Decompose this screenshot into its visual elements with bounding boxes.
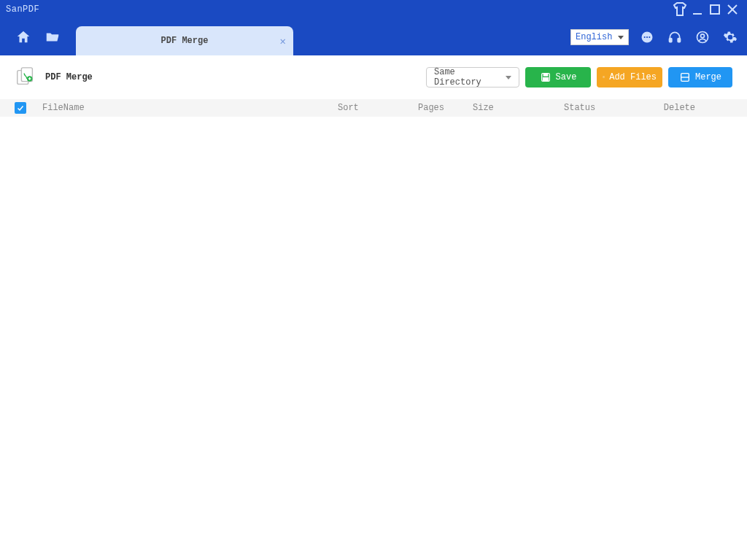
save-button[interactable]: Save (525, 67, 591, 88)
svg-point-11 (701, 34, 705, 38)
svg-point-6 (646, 36, 648, 38)
merge-label: Merge (695, 72, 721, 82)
app-title: SanPDF (6, 4, 39, 15)
add-files-button[interactable]: Add Files (597, 67, 662, 88)
svg-rect-8 (670, 39, 672, 42)
column-size: Size (473, 103, 564, 113)
table-header-row: FileName Sort Pages Size Status Delete (0, 99, 747, 117)
chevron-down-icon (618, 36, 624, 39)
column-status: Status (564, 103, 659, 113)
svg-point-5 (644, 36, 646, 38)
plus-square-icon (603, 71, 605, 83)
directory-value: Same Directory (434, 67, 506, 88)
svg-rect-16 (543, 74, 547, 76)
close-icon[interactable] (724, 1, 741, 18)
svg-rect-1 (711, 5, 719, 14)
svg-point-7 (649, 36, 650, 38)
svg-rect-17 (543, 78, 548, 81)
header-bar: PDF Merge ✕ English (0, 19, 747, 55)
tshirt-icon[interactable] (671, 1, 689, 18)
merge-button[interactable]: Merge (668, 67, 732, 88)
tab-pdf-merge[interactable]: PDF Merge ✕ (76, 26, 293, 55)
toolbar: PDF Merge Same Directory Save Add Files … (0, 55, 747, 99)
add-files-label: Add Files (609, 72, 657, 82)
column-filename: FileName (42, 103, 338, 113)
page-title: PDF Merge (45, 72, 93, 82)
minimize-icon[interactable] (689, 1, 706, 18)
folder-open-icon[interactable] (42, 27, 63, 47)
select-all-checkbox[interactable] (15, 102, 26, 114)
save-icon (540, 71, 551, 83)
output-directory-select[interactable]: Same Directory (426, 67, 519, 88)
chevron-down-icon (506, 76, 511, 79)
maximize-icon[interactable] (706, 1, 724, 18)
svg-rect-9 (678, 39, 680, 42)
language-value: English (576, 32, 612, 42)
title-bar: SanPDF (0, 0, 747, 19)
chat-icon[interactable] (638, 28, 657, 47)
column-pages: Pages (418, 103, 473, 113)
merge-icon (679, 71, 691, 83)
pdf-merge-icon (15, 66, 36, 88)
column-delete: Delete (659, 103, 695, 113)
headphones-icon[interactable] (665, 28, 684, 47)
language-select[interactable]: English (570, 29, 629, 45)
column-sort: Sort (338, 103, 418, 113)
home-icon[interactable] (13, 27, 34, 47)
user-icon[interactable] (693, 28, 712, 47)
tab-label: PDF Merge (161, 36, 209, 46)
gear-icon[interactable] (721, 28, 740, 47)
file-list-area (0, 117, 747, 560)
save-label: Save (556, 72, 577, 82)
tab-close-icon[interactable]: ✕ (280, 35, 286, 47)
